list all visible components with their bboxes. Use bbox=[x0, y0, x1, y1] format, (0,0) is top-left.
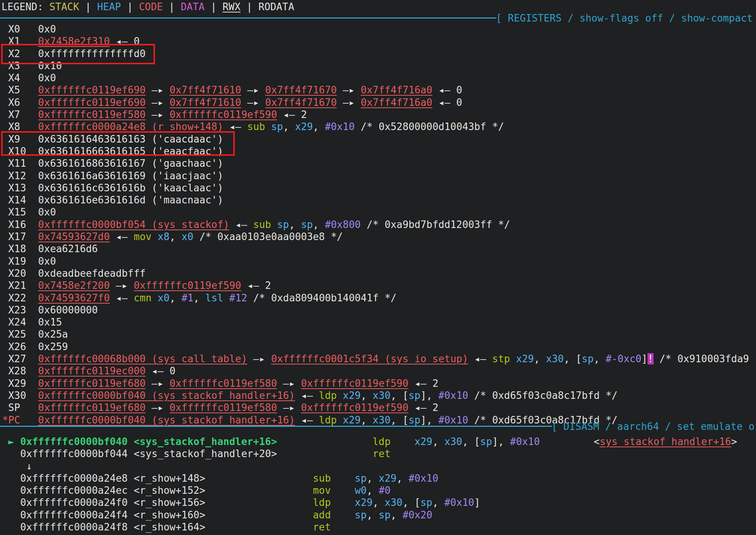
address-link[interactable]: 0x7ff4f71670 bbox=[265, 97, 337, 108]
register-row: X7 0xffffffc0119ef580 —▸ 0xffffffc0119ef… bbox=[2, 109, 756, 121]
debugger-terminal[interactable]: LEGEND: STACK | HEAP | CODE | DATA | RWX… bbox=[0, 0, 756, 535]
register-row: X23 0x60000000 bbox=[2, 304, 756, 316]
address-link[interactable]: 0x74593627f0 bbox=[38, 292, 110, 304]
address-link[interactable]: 0xffffffc0119ef690 bbox=[38, 97, 146, 108]
legend-line: LEGEND: STACK | HEAP | CODE | DATA | RWX… bbox=[2, 1, 294, 13]
disasm-row: 0xffffffc0000a24f4 <r_show+160> add sp, … bbox=[2, 509, 756, 521]
register-row: X14 0x6361616e6361616d ('maacnaac') bbox=[2, 194, 756, 206]
address-link[interactable]: 0xffffffc0119ef680 bbox=[38, 402, 146, 413]
register-row: SP 0xffffffc0119ef680 —▸ 0xffffffc0119ef… bbox=[2, 402, 756, 414]
address-link[interactable]: 0xffffffc0119ef580 bbox=[38, 109, 146, 120]
register-row: X4 0x0 bbox=[2, 72, 756, 84]
address-link[interactable]: 0xffffffc0119ef580 bbox=[170, 378, 277, 389]
address-link[interactable]: sys_stackof_handler+16 bbox=[600, 436, 731, 447]
disasm-row: 0xffffffc0000a24e8 <r_show+148> sub sp, … bbox=[2, 472, 756, 484]
register-row: X17 0x74593627d0 ◂— mov x8, x0 /* 0xaa01… bbox=[2, 231, 756, 243]
register-row: X18 0xea6216d6 bbox=[2, 243, 756, 255]
disasm-row: ↓ bbox=[2, 460, 756, 472]
register-row: X19 0x0 bbox=[2, 255, 756, 267]
address-link[interactable]: 0xffffffc0119ef680 bbox=[38, 378, 146, 389]
registers-section-title: [ REGISTERS / show-flags off / show-comp… bbox=[496, 12, 753, 24]
register-row: X30 0xffffffc0000bf040 (sys_stackof_hand… bbox=[2, 389, 756, 402]
address-link[interactable]: 0xffffffc0000bf040 (sys_stackof_handler+… bbox=[38, 390, 295, 401]
registers-panel: X0 0x0 X1 0x7458e2f310 ◂— 0 X2 0xfffffff… bbox=[2, 23, 756, 426]
address-link[interactable]: 0xffffffc0119ef590 bbox=[301, 378, 408, 389]
disasm-row: 0xffffffc0000a24f8 <r_show+164> ret bbox=[2, 521, 756, 533]
address-link[interactable]: 0x7458e2f200 bbox=[38, 280, 110, 291]
register-row: X22 0x74593627f0 ◂— cmn x0, #1, lsl #12 … bbox=[2, 292, 756, 304]
address-link[interactable]: 0xffffffc0119ef580 bbox=[170, 402, 277, 413]
address-link[interactable]: 0x7ff4f716a0 bbox=[361, 97, 432, 108]
address-link[interactable]: 0x7ff4f716a0 bbox=[361, 84, 432, 96]
register-row: X11 0x6361616863616167 ('gaachaac') bbox=[2, 157, 756, 169]
register-row: X21 0x7458e2f200 —▸ 0xffffffc0119ef590 ◂… bbox=[2, 279, 756, 292]
register-row: X24 0x15 bbox=[2, 316, 756, 328]
address-link[interactable]: 0xffffffc0119ef590 bbox=[134, 280, 241, 291]
register-row: X25 0x25a bbox=[2, 328, 756, 340]
red-annotation-box-x2 bbox=[1, 44, 155, 64]
address-link[interactable]: 0xffffffc0000bf054 (sys_stackof) bbox=[38, 219, 229, 230]
disasm-section-title: [ DISASM / aarch64 / set emulate o bbox=[552, 420, 754, 433]
registers-section-rule bbox=[0, 17, 496, 19]
register-row: X27 0xffffffc00068b000 (sys_call_table) … bbox=[2, 353, 756, 365]
register-row: X20 0xdeadbeefdeadbfff bbox=[2, 267, 756, 279]
legend-bar: LEGEND: STACK | HEAP | CODE | DATA | RWX… bbox=[2, 1, 294, 13]
red-annotation-box-x9 bbox=[1, 131, 235, 156]
disasm-section-rule bbox=[0, 426, 552, 427]
address-link[interactable]: 0xffffffc0119ec000 bbox=[38, 365, 146, 377]
disasm-row: 0xffffffc0000bf044 <sys_stackof_handler+… bbox=[2, 448, 756, 460]
address-link[interactable]: 0x7ff4f71610 bbox=[170, 97, 242, 108]
register-row: X5 0xffffffc0119ef690 —▸ 0x7ff4f71610 —▸… bbox=[2, 84, 756, 96]
address-link[interactable]: 0xffffffc0119ef690 bbox=[38, 84, 146, 96]
address-link[interactable]: 0x7ff4f71670 bbox=[265, 84, 337, 96]
disasm-row: ► 0xffffffc0000bf040 <sys_stackof_handle… bbox=[2, 436, 756, 448]
register-row: X26 0x259 bbox=[2, 341, 756, 353]
address-link[interactable]: 0xffffffc0119ef590 bbox=[170, 109, 277, 120]
register-row: X29 0xffffffc0119ef680 —▸ 0xffffffc0119e… bbox=[2, 377, 756, 389]
register-row: X16 0xffffffc0000bf054 (sys_stackof) ◂— … bbox=[2, 219, 756, 231]
address-link[interactable]: 0xffffffc0119ef590 bbox=[301, 402, 408, 413]
register-row: X13 0x6361616c6361616b ('kaaclaac') bbox=[2, 182, 756, 194]
register-row: X0 0x0 bbox=[2, 23, 756, 35]
address-link[interactable]: 0xffffffc0000bf040 (sys_stackof_handler+… bbox=[38, 414, 295, 426]
register-row: X6 0xffffffc0119ef690 —▸ 0x7ff4f71610 —▸… bbox=[2, 96, 756, 109]
disasm-panel: ► 0xffffffc0000bf040 <sys_stackof_handle… bbox=[2, 436, 756, 533]
register-row: X28 0xffffffc0119ec000 ◂— 0 bbox=[2, 365, 756, 377]
register-row: X12 0x6361616a63616169 ('iaacjaac') bbox=[2, 170, 756, 182]
address-link[interactable]: 0x7ff4f71610 bbox=[170, 84, 242, 96]
address-link[interactable]: 0xffffffc0001c5f34 (sys_io_setup) bbox=[271, 353, 468, 364]
register-row: X15 0x0 bbox=[2, 206, 756, 218]
disasm-row: 0xffffffc0000a24f0 <r_show+156> ldp x29,… bbox=[2, 496, 756, 509]
disasm-row: 0xffffffc0000a24ec <r_show+152> mov w0, … bbox=[2, 484, 756, 496]
address-link[interactable]: 0xffffffc00068b000 (sys_call_table) bbox=[38, 353, 247, 364]
address-link[interactable]: 0xffffffc0000a24e8 (r_show+148) bbox=[38, 121, 223, 132]
address-link[interactable]: 0x74593627d0 bbox=[38, 231, 110, 242]
